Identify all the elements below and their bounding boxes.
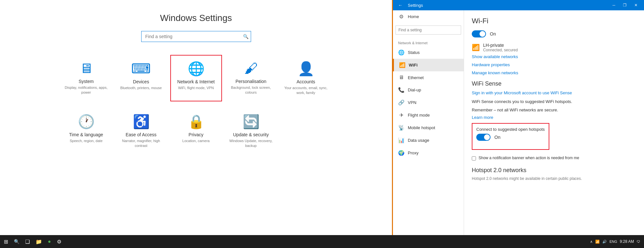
proxy-icon: 🌍 [398, 150, 405, 156]
nav-item-mobilehotspot[interactable]: 📡 Mobile hotspot [393, 121, 464, 134]
notification-checkbox[interactable] [472, 156, 476, 160]
settings-item-system[interactable]: 🖥 System Display, notifications, apps, p… [60, 55, 112, 101]
wifi-title: Wi-Fi [472, 17, 636, 25]
network-desc: WiFi, flight mode, VPN [178, 86, 214, 90]
mobilehotspot-icon: 📡 [398, 125, 405, 131]
time-icon: 🕐 [78, 114, 95, 129]
nav-search-input[interactable] [396, 26, 461, 35]
back-button[interactable]: ← [396, 1, 405, 9]
maximize-button[interactable]: ❐ [619, 2, 630, 8]
window-controls: ─ ❐ ✕ [608, 2, 641, 8]
settings-item-accounts[interactable]: 👤 Accounts Your accounts, email, sync, w… [280, 55, 332, 101]
nav-item-wifi[interactable]: 📶 WiFi [393, 59, 464, 71]
notification-label: Show a notification banner when action i… [479, 156, 579, 160]
nav-item-ethernet-label: Ethernet [408, 75, 424, 80]
settings-item-network[interactable]: 🌐 Network & Internet WiFi, flight mode, … [170, 55, 222, 101]
settings-window: ← Settings ─ ❐ ✕ ⚙ Home Network & Intern… [392, 0, 644, 235]
network-name: Network & Internet [177, 79, 215, 84]
nav-item-proxy-label: Proxy [408, 150, 418, 155]
ease-desc: Narrator, magnifier, high contrast [119, 139, 164, 149]
hotspot-toggle-box: Connect to suggested open hotspots On [472, 123, 549, 150]
manage-known-networks-link[interactable]: Manage known networks [472, 70, 636, 75]
personalisation-name: Personalisation [236, 79, 267, 84]
nav-item-datausage-label: Data usage [408, 138, 429, 143]
hotspot20-title: Hotspot 2.0 networks [472, 167, 636, 174]
show-networks-link[interactable]: Show available networks [472, 54, 636, 59]
devices-icon: ⌨ [131, 61, 151, 77]
taskbar: ⊞ 🔍 ❑ 📁 ● ⚙ ∧ 📶 🔊 ENG 9:28 AM 🗨 [0, 235, 644, 248]
hotspot-toggle-label: On [494, 135, 501, 140]
nav-item-home[interactable]: ⚙ Home [393, 10, 464, 23]
settings-item-privacy[interactable]: 🔒 Privacy Location, camera [170, 108, 222, 154]
taskbar-time: 9:28 AM [620, 239, 634, 244]
wifi-toggle-label: On [490, 31, 496, 36]
nav-search-container [393, 23, 464, 37]
taskbar-volume-icon: 🔊 [602, 240, 607, 244]
titlebar-left: ← Settings [396, 1, 423, 9]
accounts-desc: Your accounts, email, sync, work, family [283, 86, 329, 96]
file-explorer-button[interactable]: 📁 [33, 237, 45, 246]
minimize-button[interactable]: ─ [608, 2, 619, 8]
settings-nav: ⚙ Home Network & Internet 🌐 Status 📶 WiF… [393, 10, 464, 235]
network-icon: 🌐 [188, 61, 205, 77]
wifi-toggle-row: On [472, 30, 636, 37]
notification-checkbox-row: Show a notification banner when action i… [472, 156, 636, 160]
chrome-button[interactable]: ● [45, 237, 54, 246]
time-desc: Speech, region, date [70, 139, 103, 143]
privacy-name: Privacy [189, 132, 204, 137]
titlebar-title: Settings [408, 3, 423, 8]
settings-search-input[interactable] [141, 31, 251, 42]
task-view-button[interactable]: ❑ [23, 237, 32, 246]
taskbar-left: ⊞ 🔍 ❑ 📁 ● ⚙ [1, 237, 64, 246]
wifi-sense-desc2: Remember – not all WiFi networks are sec… [472, 107, 636, 113]
nav-item-proxy[interactable]: 🌍 Proxy [393, 147, 464, 159]
vpn-icon: 🔗 [398, 99, 405, 106]
dialup-icon: 📞 [398, 87, 405, 93]
close-button[interactable]: ✕ [630, 2, 641, 8]
settings-item-devices[interactable]: ⌨ Devices Bluetooth, printers, mouse [115, 55, 167, 101]
settings-search-container: 🔍 [141, 31, 251, 42]
nav-item-status-label: Status [408, 50, 420, 55]
system-desc: Display, notifications, apps, power [64, 85, 109, 95]
settings-titlebar: ← Settings ─ ❐ ✕ [393, 0, 644, 10]
settings-button[interactable]: ⚙ [54, 237, 64, 246]
nav-item-status[interactable]: 🌐 Status [393, 46, 464, 59]
nav-item-flightmode[interactable]: ✈ Flight mode [393, 109, 464, 121]
nav-item-home-label: Home [408, 14, 419, 19]
start-button[interactable]: ⊞ [1, 237, 11, 246]
taskbar-right: ∧ 📶 🔊 ENG 9:28 AM 🗨 [590, 239, 643, 244]
hardware-properties-link[interactable]: Hardware properties [472, 62, 636, 67]
personalisation-icon: 🖌 [244, 61, 258, 76]
settings-search-button[interactable]: 🔍 [243, 34, 248, 39]
datausage-icon: 📊 [398, 137, 405, 143]
wifi-network-info: LH-private Connected, secured [483, 43, 518, 52]
privacy-icon: 🔒 [188, 114, 205, 129]
nav-item-vpn[interactable]: 🔗 VPN [393, 96, 464, 109]
ethernet-icon: 🖥 [398, 75, 405, 80]
devices-desc: Bluetooth, printers, mouse [120, 86, 162, 90]
nav-item-wifi-label: WiFi [409, 63, 417, 67]
settings-item-ease[interactable]: ♿ Ease of Access Narrator, magnifier, hi… [115, 108, 167, 154]
taskbar-search-button[interactable]: 🔍 [11, 238, 22, 245]
nav-item-datausage[interactable]: 📊 Data usage [393, 134, 464, 147]
clock-time: 9:28 AM [620, 239, 634, 244]
settings-item-update[interactable]: 🔄 Update & security Windows Update, reco… [225, 108, 277, 154]
ease-icon: ♿ [133, 114, 150, 129]
wifi-sense-signin-link[interactable]: Sign in with your Microsoft account to u… [472, 90, 636, 95]
system-tray-expand[interactable]: ∧ [590, 240, 593, 244]
learn-more-link[interactable]: Learn more [472, 115, 636, 120]
network-name: LH-private [483, 43, 518, 48]
hotspot-toggle[interactable] [476, 134, 491, 141]
update-name: Update & security [233, 132, 269, 137]
nav-item-dialup[interactable]: 📞 Dial-up [393, 84, 464, 96]
settings-item-personalisation[interactable]: 🖌 Personalisation Background, lock scree… [225, 55, 277, 101]
nav-item-ethernet[interactable]: 🖥 Ethernet [393, 71, 464, 84]
hotspot-label: Connect to suggested open hotspots [476, 127, 545, 132]
accounts-name: Accounts [297, 79, 315, 84]
wifi-toggle[interactable] [472, 30, 486, 37]
settings-item-time[interactable]: 🕐 Time & language Speech, region, date [60, 108, 112, 154]
nav-item-mobilehotspot-label: Mobile hotspot [408, 125, 435, 130]
hotspot-toggle-row: On [476, 134, 545, 141]
taskbar-network-icon: 📶 [595, 240, 600, 244]
notification-icon[interactable]: 🗨 [637, 240, 640, 243]
